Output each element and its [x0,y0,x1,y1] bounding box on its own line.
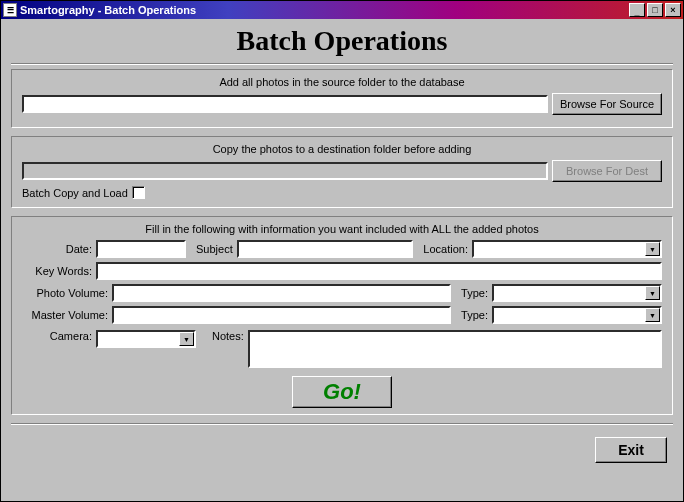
location-label: Location: [423,243,468,255]
photo-type-label: Type: [461,287,488,299]
master-type-input[interactable] [494,308,645,322]
chevron-down-icon[interactable]: ▼ [645,242,660,256]
page-title: Batch Operations [11,25,673,57]
exit-button[interactable]: Exit [595,437,667,463]
maximize-button[interactable]: □ [647,3,663,17]
keywords-input[interactable] [96,262,662,280]
app-icon: ☰ [3,3,17,17]
chevron-down-icon[interactable]: ▼ [645,308,660,322]
master-type-label: Type: [461,309,488,321]
window-title: Smartography - Batch Operations [20,4,627,16]
subject-input[interactable] [237,240,414,258]
dest-caption: Copy the photos to a destination folder … [22,143,662,155]
go-button[interactable]: Go! [292,376,392,408]
photo-volume-label: Photo Volume: [22,287,108,299]
notes-input[interactable] [248,330,662,368]
photo-type-input[interactable] [494,286,645,300]
source-path-input[interactable] [22,95,548,113]
dest-panel: Copy the photos to a destination folder … [11,136,673,208]
location-input[interactable] [474,242,645,256]
divider [11,63,673,65]
titlebar: ☰ Smartography - Batch Operations _ □ × [1,1,683,19]
photo-type-combo[interactable]: ▼ [492,284,662,302]
keywords-label: Key Words: [22,265,92,277]
window: ☰ Smartography - Batch Operations _ □ × … [0,0,684,502]
browse-dest-button: Browse For Dest [552,160,662,182]
chevron-down-icon[interactable]: ▼ [179,332,194,346]
photo-volume-input[interactable] [112,284,451,302]
close-button[interactable]: × [665,3,681,17]
date-input[interactable] [96,240,186,258]
dest-path-input [22,162,548,180]
source-panel: Add all photos in the source folder to t… [11,69,673,128]
camera-input[interactable] [98,332,179,346]
divider [11,423,673,425]
batch-copy-checkbox[interactable] [132,186,145,199]
location-combo[interactable]: ▼ [472,240,662,258]
footer: Exit [11,429,673,467]
notes-label: Notes: [212,330,244,342]
browse-source-button[interactable]: Browse For Source [552,93,662,115]
date-label: Date: [22,243,92,255]
master-type-combo[interactable]: ▼ [492,306,662,324]
client-area: Batch Operations Add all photos in the s… [1,19,683,475]
master-volume-input[interactable] [112,306,451,324]
minimize-button[interactable]: _ [629,3,645,17]
info-panel: Fill in the following with information y… [11,216,673,415]
master-volume-label: Master Volume: [22,309,108,321]
subject-label: Subject [196,243,233,255]
batch-copy-label: Batch Copy and Load [22,187,128,199]
info-caption: Fill in the following with information y… [22,223,662,235]
chevron-down-icon[interactable]: ▼ [645,286,660,300]
source-caption: Add all photos in the source folder to t… [22,76,662,88]
camera-label: Camera: [22,330,92,342]
camera-combo[interactable]: ▼ [96,330,196,348]
